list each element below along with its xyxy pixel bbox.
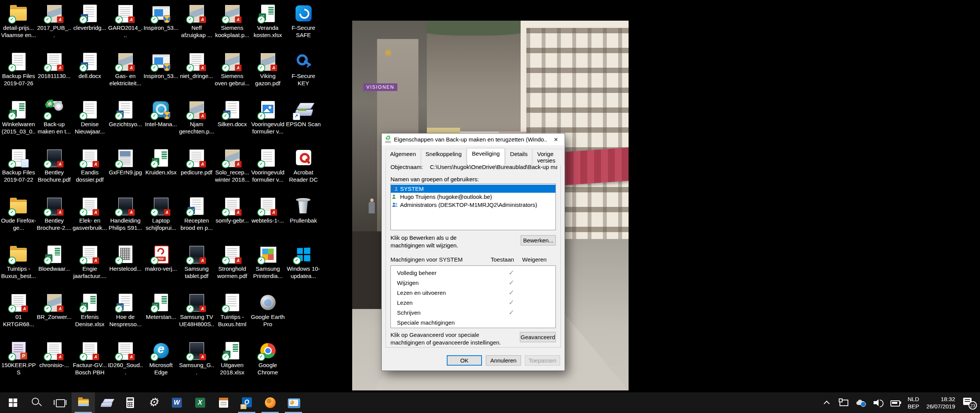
desktop-icon[interactable]: ✓ niet_dringe... [179, 51, 214, 99]
desktop-icon[interactable]: ✓ Denise Nieuwjaar... [72, 99, 108, 148]
desktop-icon[interactable]: ✓ Oude Firefox-ge... [1, 196, 36, 244]
permission-row[interactable]: Lezen ✓ [391, 298, 555, 307]
desktop-icon[interactable]: ✓ Winkelwaren (2015_03_0... [1, 99, 36, 148]
desktop-icon[interactable]: ✓ Laptop schijfoprui... [143, 196, 179, 244]
desktop-icon[interactable]: ✓ Handleiding Philips S91... [108, 196, 143, 244]
calendar-taskbar-button[interactable] [212, 392, 235, 413]
desktop-icon[interactable]: ✓ Windows 10-updatea... [286, 244, 321, 292]
calculator-taskbar-button[interactable] [118, 392, 142, 413]
cancel-button[interactable]: Annuleren [486, 355, 521, 366]
desktop-icon[interactable]: ✓ ID260_Soud... 240FC_Belg... [108, 340, 143, 389]
outlook-taskbar-button[interactable] [235, 392, 258, 413]
ok-button[interactable]: OK [447, 355, 482, 366]
desktop-icon[interactable]: ✓ 150KEER.PPS [1, 340, 36, 389]
desktop-icon[interactable]: ✓ Vooringevuld formulier v... [250, 99, 286, 148]
permission-row[interactable]: Wijzigen ✓ [391, 278, 555, 288]
desktop-icon[interactable]: ✓ Samsung Printerdia... [250, 244, 286, 292]
desktop-icon[interactable]: ✓ 01 KRTGR68... [1, 292, 36, 340]
excel-taskbar-button[interactable] [188, 392, 212, 413]
tab-details[interactable]: Details [505, 149, 532, 165]
network-icon[interactable] [839, 398, 849, 408]
desktop-icon[interactable]: ✓ Factuur-GV... Bosch PBH ... [72, 340, 108, 389]
tab-snelkoppeling[interactable]: Snelkoppeling [421, 149, 466, 165]
desktop-icon[interactable]: ✓ Bloedwaar... [36, 244, 72, 292]
language-indicator[interactable]: NLD BEP [908, 395, 919, 410]
desktop-icon[interactable]: ✓ cleverbridg... [72, 3, 108, 51]
user-list-item[interactable]: Hugo Truijens (hugoke@outlook.be) [391, 193, 555, 201]
chevron-up-icon[interactable] [822, 398, 831, 408]
desktop-icon[interactable]: ✓ Siemens oven gebrui... [214, 51, 250, 99]
desktop-icon[interactable]: ✓ Tuintips - Buxus.html [214, 292, 250, 340]
desktop-icon[interactable]: ✓ Samsung TV UE48H800S... [179, 292, 214, 340]
battery-icon[interactable] [890, 398, 900, 408]
pie-chart-app-taskbar-button[interactable] [282, 392, 305, 413]
desktop-icon[interactable]: ✓ Gas- en elektriciteit... [108, 51, 143, 99]
permissions-listbox[interactable]: Volledig beheer ✓ Wijzigen ✓ Lezen en ui… [390, 265, 556, 328]
permission-row[interactable]: Lezen en uitvoeren ✓ [391, 288, 555, 298]
permission-row[interactable]: Schrijven ✓ [391, 307, 555, 317]
desktop-icon[interactable]: ✓ Erfenis Denise.xlsx [72, 292, 108, 340]
permission-row[interactable]: Volledig beheer ✓ [391, 268, 555, 278]
advanced-button[interactable]: Geavanceerd [520, 332, 556, 342]
onedrive-icon[interactable] [856, 398, 866, 408]
desktop-icon[interactable]: ✓ Backup Files 2019-07-22 ... [1, 148, 36, 196]
desktop-icon[interactable]: ✓ Bentley Brochure.pdf [36, 148, 72, 196]
desktop-icon[interactable]: ✓ Siemens kookplaat.p... [214, 3, 250, 51]
desktop-icon[interactable]: ✓ Bentley Brochure-2.... [36, 196, 72, 244]
desktop-icon[interactable]: ✓ Veranda kosten.xlsx [250, 3, 286, 51]
desktop-icon[interactable]: ✓ Inspiron_53... [143, 51, 179, 99]
apply-button[interactable]: Toepassen [525, 355, 560, 366]
desktop-icon[interactable]: ✓ 2017_PUB_... [36, 3, 72, 51]
action-center-icon[interactable]: 23 [962, 397, 975, 408]
desktop-icon[interactable]: ✓ chronisio-... [36, 340, 72, 389]
desktop-icon[interactable]: ✓ Herstelcod... [108, 244, 143, 292]
desktop-icon[interactable]: ✓ GxFErN9.jpg [108, 148, 143, 196]
permission-row[interactable]: Speciale machtigingen [391, 317, 555, 327]
desktop-icon[interactable]: ✓ 201811130... [36, 51, 72, 99]
desktop-icon[interactable]: ✓ Meterstan... [143, 292, 179, 340]
file-explorer-taskbar-button[interactable] [72, 392, 95, 413]
desktop-icon[interactable]: Acrobat Reader DC [286, 148, 321, 196]
desktop-icon[interactable]: ✓ somfy-gebr... [214, 196, 250, 244]
tab-algemeen[interactable]: Algemeen [385, 149, 421, 165]
desktop-icon[interactable]: ✓ Hoe de Nespresso... [108, 292, 143, 340]
volume-icon[interactable] [873, 398, 883, 408]
desktop-icon[interactable]: ✓ Recepten brood en p... [179, 196, 214, 244]
desktop-icon[interactable]: ✓ Back-up maken en t... [36, 99, 72, 148]
firefox-taskbar-button[interactable] [258, 392, 282, 413]
word-taskbar-button[interactable] [165, 392, 188, 413]
desktop-icon[interactable]: ✓ Tuintips - Buxus_best... [1, 244, 36, 292]
close-icon[interactable]: ✕ [547, 133, 565, 145]
desktop-icon[interactable]: F-Secure KEY [286, 51, 321, 99]
user-list-item[interactable]: SYSTEM [391, 185, 555, 193]
desktop-icon[interactable]: ✓ Engie jaarfactuur.... [72, 244, 108, 292]
edit-button[interactable]: Bewerken... [521, 235, 556, 246]
desktop-icon[interactable]: ✓ Google Chrome [250, 340, 286, 389]
desktop-icon[interactable]: ✓ pedicure.pdf [179, 148, 214, 196]
user-list-item[interactable]: Administrators (DESKTOP-M1MRJQ2\Administ… [391, 201, 555, 209]
desktop-icon[interactable]: ✓ Inspiron_53... [143, 3, 179, 51]
desktop-icon[interactable]: ✓ Solo_recep... winter 2018... [214, 148, 250, 196]
desktop-icon[interactable]: ✓ Vooringevuld formulier v... [250, 148, 286, 196]
desktop-icon[interactable]: ✓ Samsung_G... [179, 340, 214, 389]
search-taskbar-button[interactable] [25, 392, 48, 413]
desktop-icon[interactable]: ✓ Eandis dossier.pdf [72, 148, 108, 196]
desktop-icon[interactable]: ✓ Intel-Mana... [143, 99, 179, 148]
desktop-icon[interactable]: ✓ makro-verj... [143, 244, 179, 292]
desktop-icon[interactable]: ✓ Viking gazon.pdf [250, 51, 286, 99]
desktop-icon[interactable]: ✓ detail-prijs... Vlaamse en... [1, 3, 36, 51]
desktop-icon[interactable]: ✓ Stronghold wormen.pdf [214, 244, 250, 292]
desktop-icon[interactable]: ✓ Uitgaven 2018.xlsx [214, 340, 250, 389]
desktop-icon[interactable]: ✓ Kruiden.xlsx [143, 148, 179, 196]
epson-scan-taskbar-button[interactable] [95, 392, 118, 413]
desktop-icon[interactable]: ✓ webtelis-1-... [250, 196, 286, 244]
desktop-icon[interactable]: ✓ Neff afzuigkap ... [179, 3, 214, 51]
desktop-icon[interactable]: F-Secure SAFE [286, 3, 321, 51]
desktop-icon[interactable]: ✓ Silken.docx [214, 99, 250, 148]
desktop-icon[interactable]: ↗ EPSON Scan [286, 99, 321, 148]
settings-taskbar-button[interactable] [142, 392, 165, 413]
clock[interactable]: 18:32 26/07/2019 [926, 395, 955, 410]
desktop-icon[interactable]: ✓ Njam gerechten.p... [179, 99, 214, 148]
users-listbox[interactable]: SYSTEM Hugo Truijens (hugoke@outlook.be)… [390, 184, 556, 230]
desktop-icon[interactable]: ✓ Gezichtsyo... [108, 99, 143, 148]
